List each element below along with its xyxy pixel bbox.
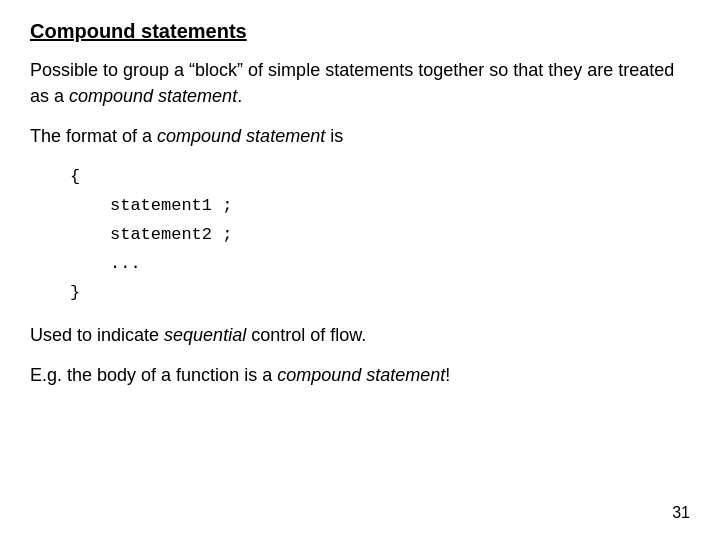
paragraph-2: The format of a compound statement is: [30, 123, 690, 149]
code-close-brace: }: [70, 279, 690, 308]
paragraph-1: Possible to group a “block” of simple st…: [30, 57, 690, 109]
paragraph-4-italic: compound statement: [277, 365, 445, 385]
paragraph-3-italic: sequential: [164, 325, 246, 345]
paragraph-2-italic: compound statement: [157, 126, 325, 146]
code-ellipsis: ...: [110, 250, 690, 279]
paragraph-2-text-after: is: [325, 126, 343, 146]
paragraph-4-text-after: !: [445, 365, 450, 385]
paragraph-2-text-before: The format of a: [30, 126, 157, 146]
paragraph-1-italic: compound statement: [69, 86, 237, 106]
code-line-1: statement1 ;: [110, 192, 690, 221]
page-number: 31: [672, 504, 690, 522]
paragraph-3: Used to indicate sequential control of f…: [30, 322, 690, 348]
title: Compound statements: [30, 20, 690, 43]
paragraph-4-text-before: E.g. the body of a function is a: [30, 365, 277, 385]
paragraph-4: E.g. the body of a function is a compoun…: [30, 362, 690, 388]
code-line-2: statement2 ;: [110, 221, 690, 250]
code-open-brace: {: [70, 163, 690, 192]
paragraph-3-text-after: control of flow.: [246, 325, 366, 345]
code-block: { statement1 ; statement2 ; ... }: [70, 163, 690, 307]
paragraph-3-text-before: Used to indicate: [30, 325, 164, 345]
paragraph-1-text-after: .: [237, 86, 242, 106]
